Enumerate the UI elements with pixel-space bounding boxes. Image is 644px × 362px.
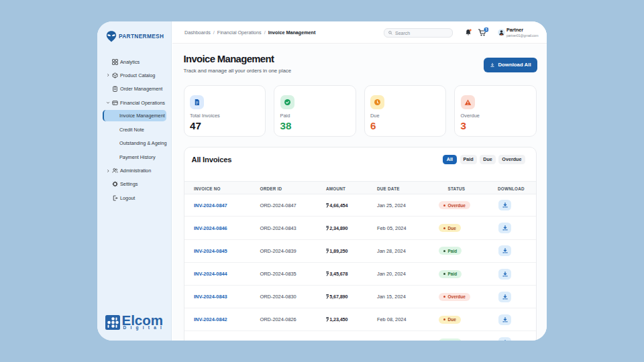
svg-text:Digital: Digital <box>123 325 166 330</box>
svg-text:5: 5 <box>486 27 488 32</box>
